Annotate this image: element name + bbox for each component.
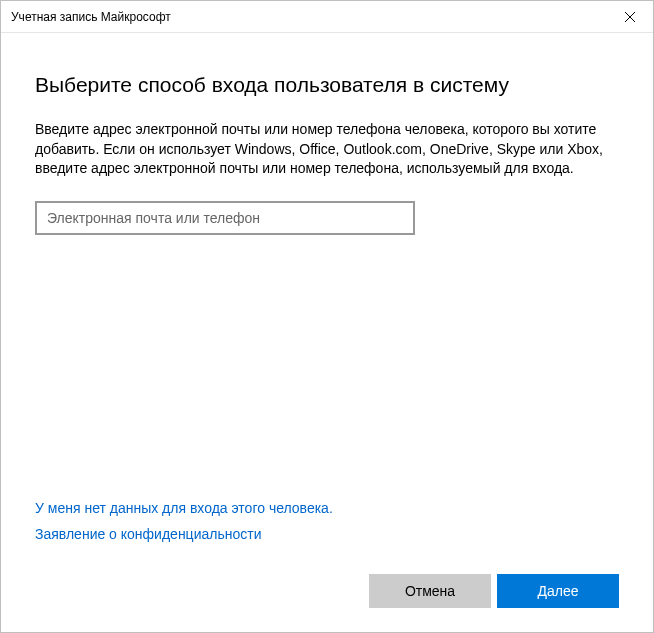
email-phone-input[interactable] — [35, 201, 415, 235]
button-row: Отмена Далее — [35, 574, 619, 608]
page-title: Выберите способ входа пользователя в сис… — [35, 71, 619, 98]
close-icon — [625, 12, 635, 22]
titlebar: Учетная запись Майкрософт — [1, 1, 653, 33]
links-section: У меня нет данных для входа этого челове… — [35, 500, 619, 552]
dialog-content: Выберите способ входа пользователя в сис… — [1, 33, 653, 632]
spacer — [35, 235, 619, 500]
description-text: Введите адрес электронной почты или номе… — [35, 120, 619, 179]
close-button[interactable] — [607, 1, 653, 32]
cancel-button[interactable]: Отмена — [369, 574, 491, 608]
window-title: Учетная запись Майкрософт — [11, 10, 171, 24]
privacy-statement-link[interactable]: Заявление о конфиденциальности — [35, 526, 261, 542]
no-signin-info-link[interactable]: У меня нет данных для входа этого челове… — [35, 500, 333, 516]
dialog-window: Учетная запись Майкрософт Выберите спосо… — [0, 0, 654, 633]
next-button[interactable]: Далее — [497, 574, 619, 608]
